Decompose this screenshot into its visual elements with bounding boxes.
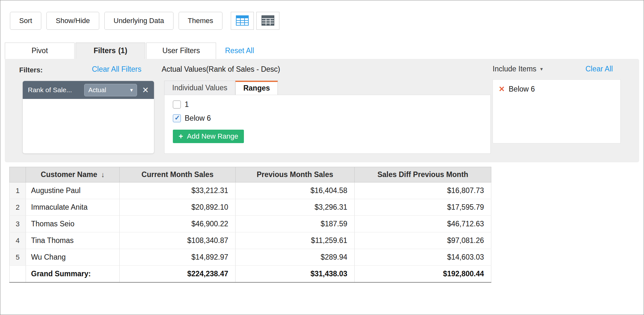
filter-card: Rank of Sale... Actual ▾ ✕ (22, 81, 154, 154)
grand-summary-row: Grand Summary: $224,238.47 $31,438.03 $1… (10, 266, 491, 282)
applied-filter-text: Actual Values(Rank of Sales - Desc) (162, 65, 280, 74)
tab-filters[interactable]: Filters(1) (76, 43, 145, 59)
row-number: 2 (10, 199, 26, 216)
filter-mode-value: Actual (88, 86, 106, 94)
checkbox-range-below-6[interactable] (173, 114, 181, 122)
tab-filters-label: Filters (93, 46, 116, 55)
include-items-dropdown[interactable]: Include Items ▾ (493, 65, 543, 73)
sales-diff-cell: $17,595.79 (355, 199, 491, 216)
table-row: 4 Tina Thomas $108,340.87 $11,259.61 $97… (10, 232, 491, 249)
table-header-row: Customer Name↓ Current Month Sales Previ… (10, 167, 491, 182)
sales-diff-cell: $16,807.73 (355, 182, 491, 199)
previous-month-sales-cell: $3,296.31 (236, 199, 355, 216)
filter-mode-dropdown[interactable]: Actual ▾ (84, 84, 137, 96)
filter-chip-name: Rank of Sale... (28, 86, 80, 94)
sales-diff-cell: $46,712.63 (355, 216, 491, 232)
column-header-customer-name[interactable]: Customer Name↓ (26, 167, 120, 182)
included-item-label: Below 6 (509, 85, 535, 93)
filters-panel: Filters: Clear All Filters Actual Values… (5, 59, 639, 162)
checkbox-range-1[interactable] (173, 101, 181, 109)
previous-month-sales-cell: $11,259.61 (236, 232, 355, 249)
range-option-label: 1 (185, 100, 189, 109)
current-month-sales-cell: $108,340.87 (120, 232, 236, 249)
filter-value-tabs: Individual Values Ranges (164, 81, 278, 95)
range-option-row: 1 (173, 100, 490, 109)
sort-desc-icon[interactable]: ↓ (101, 171, 105, 179)
grand-summary-previous: $31,438.03 (236, 266, 355, 282)
row-number: 1 (10, 182, 26, 199)
tab-individual-values[interactable]: Individual Values (164, 81, 235, 95)
current-month-sales-cell: $46,900.22 (120, 216, 236, 232)
tab-ranges[interactable]: Ranges (235, 81, 278, 95)
table-grid-icon (236, 15, 249, 27)
previous-month-sales-cell: $16,404.58 (236, 182, 355, 199)
previous-month-sales-cell: $187.59 (236, 216, 355, 232)
customer-name-cell: Thomas Seio (26, 216, 120, 232)
underlying-data-button[interactable]: Underlying Data (104, 12, 173, 30)
row-number: 3 (10, 216, 26, 232)
sales-diff-cell: $14,603.03 (355, 249, 491, 266)
grand-summary-label: Grand Summary: (26, 266, 120, 282)
compact-table-view-icon-button[interactable] (256, 12, 279, 30)
current-month-sales-cell: $33,212.31 (120, 182, 236, 199)
row-number: 5 (10, 249, 26, 266)
current-month-sales-cell: $20,892.10 (120, 199, 236, 216)
view-toggle-group (231, 12, 279, 30)
tab-filters-count: (1) (118, 46, 127, 55)
previous-month-sales-cell: $289.94 (236, 249, 355, 266)
current-month-sales-cell: $14,892.97 (120, 249, 236, 266)
grand-summary-diff: $192,800.44 (355, 266, 491, 282)
filter-chip: Rank of Sale... Actual ▾ ✕ (23, 81, 154, 99)
row-number: 4 (10, 232, 26, 249)
remove-filter-icon[interactable]: ✕ (142, 86, 149, 94)
show-hide-button[interactable]: Show/Hide (46, 12, 99, 30)
add-new-range-label: Add New Range (187, 132, 238, 141)
customer-name-cell: Tina Thomas (26, 232, 120, 249)
customer-name-cell: Immaculate Anita (26, 199, 120, 216)
customer-name-cell: Wu Chang (26, 249, 120, 266)
toolbar: Sort Show/Hide Underlying Data Themes (10, 12, 644, 30)
row-number-header (10, 167, 26, 182)
plus-icon: + (179, 133, 183, 140)
grand-summary-current: $224,238.47 (120, 266, 236, 282)
column-header-sales-diff[interactable]: Sales Diff Previous Month (355, 167, 491, 182)
customer-name-cell: Augustine Paul (26, 182, 120, 199)
table-row: 3 Thomas Seio $46,900.22 $187.59 $46,712… (10, 216, 491, 232)
tab-user-filters[interactable]: User Filters (146, 43, 216, 59)
main-tabbar: Pivot Filters(1) User Filters Reset All (0, 43, 644, 59)
pivot-analytics-view: Sort Show/Hide Underlying Data Themes (0, 0, 644, 315)
table-view-icon-button[interactable] (231, 12, 254, 30)
included-items-box: ✕ Below 6 (493, 79, 621, 143)
chevron-down-icon: ▾ (130, 87, 133, 93)
included-item: ✕ Below 6 (499, 85, 615, 93)
chevron-down-icon: ▾ (540, 66, 543, 72)
themes-button[interactable]: Themes (179, 12, 222, 30)
clear-all-link[interactable]: Clear All (585, 65, 613, 73)
sales-diff-cell: $97,081.26 (355, 232, 491, 249)
sort-button[interactable]: Sort (10, 12, 41, 30)
reset-all-link[interactable]: Reset All (225, 43, 254, 59)
tab-pivot[interactable]: Pivot (5, 43, 75, 59)
column-header-previous-month-sales[interactable]: Previous Month Sales (236, 167, 355, 182)
filters-label: Filters: (19, 66, 43, 74)
include-items-label: Include Items (493, 65, 536, 73)
remove-item-icon[interactable]: ✕ (499, 85, 505, 93)
range-option-label: Below 6 (185, 114, 211, 123)
table-row: 2 Immaculate Anita $20,892.10 $3,296.31 … (10, 199, 491, 216)
table-dark-icon (262, 15, 274, 27)
clear-all-filters-link[interactable]: Clear All Filters (92, 65, 141, 74)
table-row: 5 Wu Chang $14,892.97 $289.94 $14,603.03 (10, 249, 491, 266)
column-header-current-month-sales[interactable]: Current Month Sales (120, 167, 236, 182)
add-new-range-button[interactable]: + Add New Range (173, 130, 244, 143)
column-header-label: Customer Name (41, 170, 97, 179)
pivot-table: Customer Name↓ Current Month Sales Previ… (9, 167, 491, 283)
range-option-row: Below 6 (173, 114, 490, 123)
row-number (10, 266, 26, 282)
table-row: 1 Augustine Paul $33,212.31 $16,404.58 $… (10, 182, 491, 199)
ranges-values-panel: 1 Below 6 + Add New Range (164, 95, 491, 154)
